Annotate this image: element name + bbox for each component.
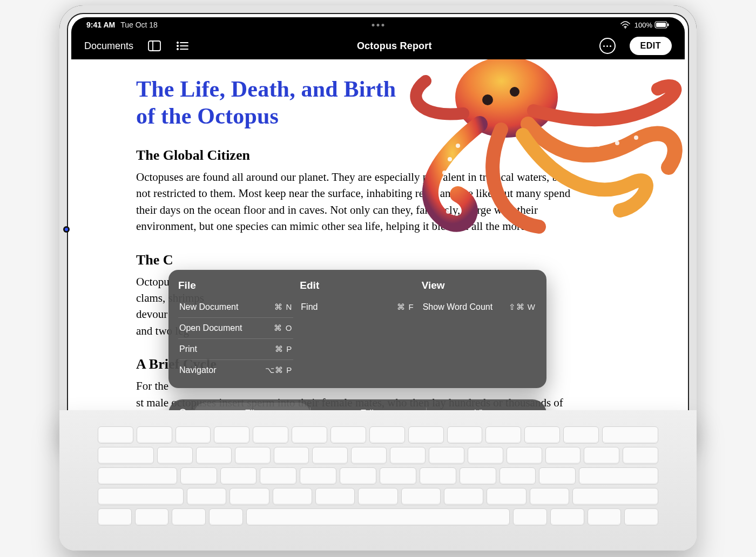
shortcut-column-edit: Edit Find ⌘ F	[300, 280, 415, 381]
svg-point-13	[482, 94, 493, 105]
shortcut-keys: ⌥⌘ P	[265, 365, 292, 375]
keyboard-shortcuts-overlay: File New Document ⌘ N Open Document ⌘ O …	[168, 270, 546, 388]
edit-button[interactable]: EDIT	[630, 37, 672, 55]
svg-point-16	[448, 157, 452, 161]
status-time: 9:41 AM	[86, 21, 115, 29]
multitask-indicator-icon[interactable]	[372, 24, 384, 26]
status-bar: 9:41 AM Tue Oct 18 100%	[71, 17, 685, 32]
wifi-icon	[620, 21, 630, 29]
svg-point-23	[596, 142, 600, 147]
svg-point-17	[442, 171, 447, 175]
svg-point-22	[577, 139, 582, 144]
documents-back-button[interactable]: Documents	[84, 40, 133, 52]
shortcut-print[interactable]: Print ⌘ P	[178, 339, 293, 360]
shortcut-label: Show Word Count	[423, 302, 493, 312]
shortcut-column-title: View	[422, 280, 537, 291]
shortcut-label: Print	[179, 344, 197, 354]
battery-label: 100%	[634, 21, 652, 29]
magic-keyboard	[59, 410, 697, 551]
shortcut-label: Navigator	[179, 365, 216, 375]
shortcut-navigator[interactable]: Navigator ⌥⌘ P	[178, 360, 293, 381]
shortcut-show-word-count[interactable]: Show Word Count ⇧⌘ W	[422, 297, 537, 317]
article-title: The Life, Death, and Birth of the Octopu…	[136, 76, 417, 130]
shortcut-new-document[interactable]: New Document ⌘ N	[178, 297, 293, 318]
document-title: Octopus Report	[357, 40, 432, 52]
svg-point-25	[634, 135, 638, 140]
shortcut-column-file: File New Document ⌘ N Open Document ⌘ O …	[178, 280, 293, 381]
svg-point-10	[177, 48, 178, 50]
shortcut-keys: ⌘ F	[397, 302, 414, 312]
shortcut-label: Open Document	[179, 323, 242, 333]
shortcut-column-title: File	[178, 280, 293, 291]
app-toolbar: Documents Octopus Report EDIT	[71, 32, 685, 59]
svg-point-14	[510, 87, 519, 97]
shortcut-label: New Document	[179, 302, 238, 312]
list-view-icon[interactable]	[176, 39, 190, 53]
sidebar-toggle-icon[interactable]	[147, 39, 161, 53]
screen: 9:41 AM Tue Oct 18 100% Documents	[71, 17, 685, 441]
svg-point-20	[446, 209, 450, 214]
section-heading-2-partial: The C	[136, 252, 620, 268]
svg-rect-3	[667, 24, 669, 26]
svg-point-24	[615, 141, 619, 145]
battery-indicator: 100%	[634, 21, 670, 29]
shortcut-column-title: Edit	[300, 280, 415, 291]
more-options-button[interactable]	[599, 38, 616, 54]
svg-point-0	[625, 27, 626, 28]
shortcut-keys: ⌘ P	[275, 344, 292, 354]
svg-point-21	[558, 133, 563, 137]
octopus-illustration	[399, 59, 685, 248]
shortcut-keys: ⌘ O	[274, 323, 292, 333]
shortcut-find[interactable]: Find ⌘ F	[300, 297, 415, 317]
status-date: Tue Oct 18	[120, 21, 158, 29]
shortcut-keys: ⇧⌘ W	[509, 302, 536, 312]
shortcut-column-view: View Show Word Count ⇧⌘ W	[422, 280, 537, 381]
document-canvas[interactable]: The Life, Death, and Birth of the Octopu…	[71, 59, 685, 441]
ipad-device-frame: 9:41 AM Tue Oct 18 100% Documents	[59, 5, 697, 453]
svg-point-8	[177, 45, 178, 46]
svg-rect-2	[656, 23, 666, 27]
shortcut-label: Find	[301, 302, 318, 312]
shortcut-open-document[interactable]: Open Document ⌘ O	[178, 318, 293, 339]
svg-rect-4	[148, 41, 160, 51]
svg-point-19	[441, 198, 445, 202]
shortcut-keys: ⌘ N	[274, 302, 292, 312]
svg-point-18	[440, 184, 444, 188]
svg-point-15	[456, 144, 460, 148]
svg-point-6	[177, 42, 178, 43]
